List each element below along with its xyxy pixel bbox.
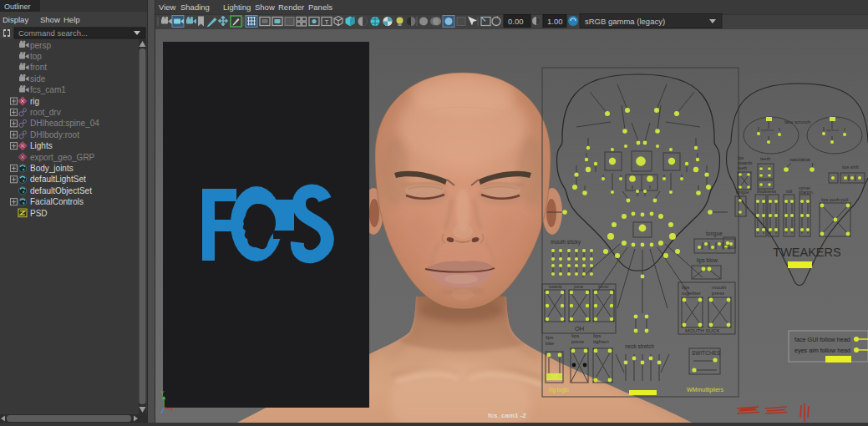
svg-text:defaultLightSet: defaultLightSet <box>30 175 86 184</box>
svg-text:Lights: Lights <box>30 141 53 150</box>
svg-text:rig: rig <box>30 97 39 106</box>
svg-text:export_geo_GRP: export_geo_GRP <box>30 153 95 162</box>
svg-text:Lighting: Lighting <box>223 3 251 12</box>
svg-text:eyebrow: eyebrow <box>826 128 839 132</box>
svg-text:towards: towards <box>549 285 563 289</box>
svg-text:persp: persp <box>30 41 51 50</box>
svg-text:tongue: tongue <box>706 231 723 237</box>
svg-text:Panels: Panels <box>308 3 332 12</box>
svg-text:eyes aim follow head: eyes aim follow head <box>794 347 850 354</box>
svg-text:PSD: PSD <box>30 209 48 218</box>
svg-text:defaultObjectSet: defaultObjectSet <box>30 186 92 195</box>
svg-text:mouth sticky: mouth sticky <box>551 239 581 246</box>
svg-text:lips: lips <box>593 332 601 338</box>
svg-text:Outliner: Outliner <box>4 3 31 11</box>
svg-text:View: View <box>159 3 176 12</box>
svg-text:rig logic: rig logic <box>549 387 570 393</box>
svg-text:side: side <box>30 74 46 84</box>
svg-text:Render: Render <box>278 3 304 12</box>
svg-text:front: front <box>30 63 47 72</box>
svg-text:Body_joints: Body_joints <box>30 164 74 173</box>
svg-text:TWEAKERS: TWEAKERS <box>773 246 840 259</box>
svg-text:lips shift: lips shift <box>842 165 859 170</box>
svg-text:WMmultipliers: WMmultipliers <box>687 387 723 393</box>
svg-text:nasolabial: nasolabial <box>789 157 810 162</box>
svg-text:x: x <box>170 406 174 412</box>
svg-text:thickness: thickness <box>757 189 776 194</box>
svg-text:teeth: teeth <box>760 156 770 161</box>
svg-text:press: press <box>712 290 724 296</box>
svg-text:Shading: Shading <box>180 3 210 12</box>
svg-text:root_drv: root_drv <box>30 108 61 117</box>
svg-text:DHIbody:root: DHIbody:root <box>30 130 79 139</box>
svg-text:Help: Help <box>63 15 80 24</box>
svg-text:tighten: tighten <box>593 338 609 344</box>
svg-text:purse: purse <box>574 285 584 289</box>
svg-text:lips: lips <box>546 334 553 340</box>
svg-text:sRGB gamma (legacy): sRGB gamma (legacy) <box>585 17 665 26</box>
svg-text:DHIhead:spine_04: DHIhead:spine_04 <box>30 119 99 128</box>
svg-text:Show: Show <box>40 15 60 24</box>
svg-text:FacialControls: FacialControls <box>30 197 84 206</box>
svg-text:lips: lips <box>682 284 689 290</box>
svg-text:SWITCHES: SWITCHES <box>692 350 721 356</box>
svg-text:teeth: teeth <box>738 165 747 170</box>
svg-text:lips: lips <box>571 332 579 338</box>
svg-text:Command search...: Command search... <box>18 28 88 38</box>
svg-text:bite: bite <box>546 340 555 346</box>
svg-text:0.00: 0.00 <box>508 17 524 26</box>
svg-text:mouth: mouth <box>712 284 727 290</box>
svg-text:eyebrow: eyebrow <box>761 128 774 132</box>
svg-text:Show: Show <box>255 3 275 12</box>
svg-text:OH: OH <box>575 325 584 332</box>
svg-text:funnel: funnel <box>598 285 608 289</box>
svg-text:tongue: tongue <box>736 190 749 195</box>
svg-text:Y: Y <box>160 390 165 396</box>
svg-text:fcs_cam1: fcs_cam1 <box>30 85 66 94</box>
svg-text:lips blow: lips blow <box>697 257 718 264</box>
svg-text:face GUI follow head: face GUI follow head <box>794 336 850 343</box>
svg-text:fcs_cam1 -Z: fcs_cam1 -Z <box>488 412 526 419</box>
svg-text:face scrunch: face scrunch <box>784 119 810 124</box>
svg-text:MOUTH SUCK: MOUTH SUCK <box>685 327 720 333</box>
svg-text:top: top <box>30 52 42 61</box>
svg-text:together: together <box>682 290 701 296</box>
svg-text:roll: roll <box>786 189 792 194</box>
svg-text:sharpm.: sharpm. <box>799 190 814 195</box>
svg-text:lips push-pull: lips push-pull <box>821 197 848 202</box>
svg-text:T: T <box>325 18 329 26</box>
svg-text:neck stretch: neck stretch <box>625 343 654 349</box>
svg-text:Display: Display <box>3 15 28 24</box>
svg-text:1.00: 1.00 <box>547 17 563 26</box>
svg-text:press: press <box>571 338 584 344</box>
